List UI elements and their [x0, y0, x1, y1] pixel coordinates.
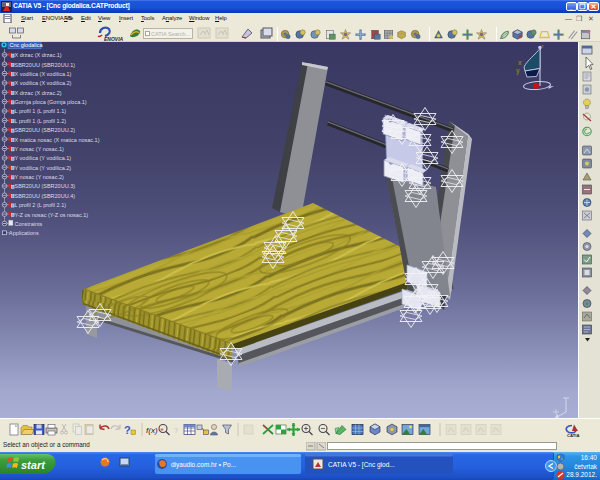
svg-text:ENOVIA: ENOVIA	[104, 36, 124, 42]
svg-text:SBR20UU (SBR20UU.3): SBR20UU (SBR20UU.3)	[15, 183, 76, 189]
svg-text:L profil 2 (L profil 2.1): L profil 2 (L profil 2.1)	[15, 202, 67, 208]
svg-text:Cnc glodalica: Cnc glodalica	[10, 42, 44, 48]
svg-text:SBR20UU (SBR20UU.2): SBR20UU (SBR20UU.2)	[15, 127, 76, 133]
svg-text:Y vodilica (Y vodilica.1): Y vodilica (Y vodilica.1)	[15, 155, 72, 161]
svg-text:z: z	[541, 43, 544, 49]
svg-text:X vodilica (X vodilica.2): X vodilica (X vodilica.2)	[15, 80, 72, 86]
svg-text:Gornja ploca (Gornja ploca.1): Gornja ploca (Gornja ploca.1)	[15, 99, 87, 105]
svg-text:e: e	[161, 426, 164, 432]
svg-text:Y-Z os nosac (Y-Z os nosac.1): Y-Z os nosac (Y-Z os nosac.1)	[15, 212, 89, 218]
svg-text:Y nosac (Y nosac.1): Y nosac (Y nosac.1)	[15, 146, 64, 152]
svg-text:diyaudio.com.hr • Po...: diyaudio.com.hr • Po...	[171, 461, 236, 469]
svg-text:Y nosac (Y nosac.2): Y nosac (Y nosac.2)	[15, 174, 64, 180]
svg-text:SBR20UU (SBR20UU.1): SBR20UU (SBR20UU.1)	[15, 62, 76, 68]
svg-text:28.9.2012.: 28.9.2012.	[566, 471, 597, 478]
svg-text:X matica nosac (X matica nosac: X matica nosac (X matica nosac.1)	[15, 137, 100, 143]
svg-text:Y vodilica (Y vodilica.2): Y vodilica (Y vodilica.2)	[15, 165, 72, 171]
svg-text:CATIA: CATIA	[567, 433, 579, 438]
svg-text:16:40: 16:40	[581, 454, 598, 461]
svg-text:četvrtak: četvrtak	[574, 463, 598, 470]
svg-text:?: ?	[124, 424, 131, 436]
svg-text:CATIA V5 - [Cnc glod...: CATIA V5 - [Cnc glod...	[328, 461, 395, 469]
svg-text:?: ?	[174, 426, 178, 435]
svg-text:y: y	[516, 67, 520, 75]
svg-text:Constraints: Constraints	[15, 221, 43, 227]
svg-text:SBR20UU (SBR20UU.4): SBR20UU (SBR20UU.4)	[15, 193, 76, 199]
svg-text:X drzac (X drzac.2): X drzac (X drzac.2)	[15, 90, 62, 96]
svg-text:L profil 1 (L profil 1.2): L profil 1 (L profil 1.2)	[15, 118, 67, 124]
svg-text:start: start	[21, 459, 46, 471]
svg-text:x: x	[518, 59, 522, 66]
svg-text:L profil 1 (L profil 1.1): L profil 1 (L profil 1.1)	[15, 108, 67, 114]
svg-text:X drzac (X drzac.1): X drzac (X drzac.1)	[15, 52, 62, 58]
svg-text:Applications: Applications	[9, 230, 39, 236]
svg-text:f(x): f(x)	[146, 426, 158, 435]
svg-text:X vodilica (X vodilica.1): X vodilica (X vodilica.1)	[15, 71, 72, 77]
